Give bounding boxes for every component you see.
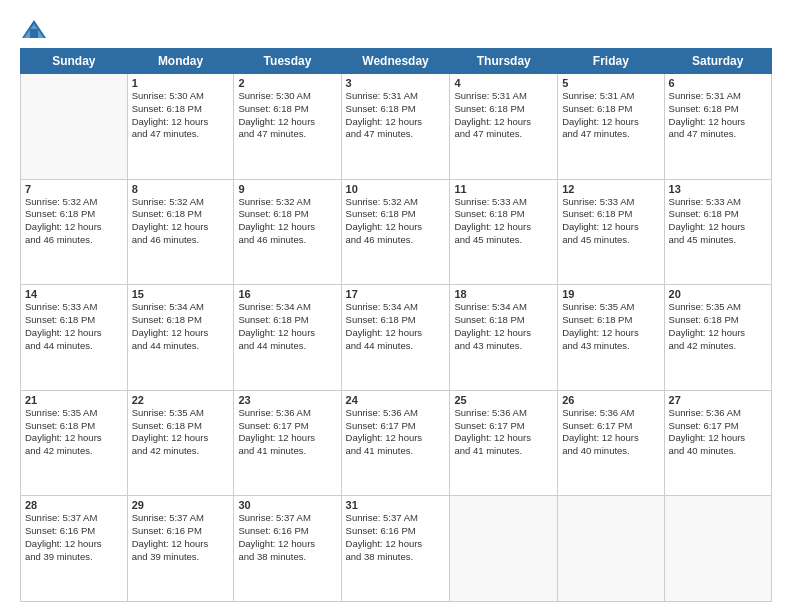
day-info: Sunrise: 5:36 AMSunset: 6:17 PMDaylight:…: [562, 407, 659, 458]
day-number: 23: [238, 394, 336, 406]
day-number: 18: [454, 288, 553, 300]
day-info: Sunrise: 5:32 AMSunset: 6:18 PMDaylight:…: [238, 196, 336, 247]
day-number: 17: [346, 288, 446, 300]
calendar-cell: 17Sunrise: 5:34 AMSunset: 6:18 PMDayligh…: [341, 285, 450, 391]
day-number: 12: [562, 183, 659, 195]
calendar-day-header: Monday: [127, 49, 234, 74]
calendar-cell: 9Sunrise: 5:32 AMSunset: 6:18 PMDaylight…: [234, 179, 341, 285]
calendar-cell: 16Sunrise: 5:34 AMSunset: 6:18 PMDayligh…: [234, 285, 341, 391]
day-number: 5: [562, 77, 659, 89]
day-info: Sunrise: 5:35 AMSunset: 6:18 PMDaylight:…: [562, 301, 659, 352]
day-info: Sunrise: 5:35 AMSunset: 6:18 PMDaylight:…: [669, 301, 767, 352]
day-info: Sunrise: 5:33 AMSunset: 6:18 PMDaylight:…: [562, 196, 659, 247]
day-number: 28: [25, 499, 123, 511]
calendar-cell: [450, 496, 558, 602]
day-number: 9: [238, 183, 336, 195]
header: [20, 16, 772, 44]
logo: [20, 16, 52, 44]
calendar-cell: 12Sunrise: 5:33 AMSunset: 6:18 PMDayligh…: [558, 179, 664, 285]
day-info: Sunrise: 5:36 AMSunset: 6:17 PMDaylight:…: [454, 407, 553, 458]
day-number: 7: [25, 183, 123, 195]
day-number: 31: [346, 499, 446, 511]
day-info: Sunrise: 5:35 AMSunset: 6:18 PMDaylight:…: [132, 407, 230, 458]
calendar-cell: 23Sunrise: 5:36 AMSunset: 6:17 PMDayligh…: [234, 390, 341, 496]
day-number: 27: [669, 394, 767, 406]
calendar-cell: 6Sunrise: 5:31 AMSunset: 6:18 PMDaylight…: [664, 74, 771, 180]
day-number: 13: [669, 183, 767, 195]
calendar-week-row: 1Sunrise: 5:30 AMSunset: 6:18 PMDaylight…: [21, 74, 772, 180]
calendar-cell: [664, 496, 771, 602]
calendar-day-header: Saturday: [664, 49, 771, 74]
day-number: 14: [25, 288, 123, 300]
calendar-cell: 7Sunrise: 5:32 AMSunset: 6:18 PMDaylight…: [21, 179, 128, 285]
calendar-cell: 5Sunrise: 5:31 AMSunset: 6:18 PMDaylight…: [558, 74, 664, 180]
calendar-cell: 10Sunrise: 5:32 AMSunset: 6:18 PMDayligh…: [341, 179, 450, 285]
day-info: Sunrise: 5:36 AMSunset: 6:17 PMDaylight:…: [669, 407, 767, 458]
calendar-cell: 11Sunrise: 5:33 AMSunset: 6:18 PMDayligh…: [450, 179, 558, 285]
calendar-cell: 13Sunrise: 5:33 AMSunset: 6:18 PMDayligh…: [664, 179, 771, 285]
day-info: Sunrise: 5:37 AMSunset: 6:16 PMDaylight:…: [132, 512, 230, 563]
day-number: 26: [562, 394, 659, 406]
day-number: 20: [669, 288, 767, 300]
calendar-cell: 25Sunrise: 5:36 AMSunset: 6:17 PMDayligh…: [450, 390, 558, 496]
day-info: Sunrise: 5:37 AMSunset: 6:16 PMDaylight:…: [346, 512, 446, 563]
calendar-cell: 27Sunrise: 5:36 AMSunset: 6:17 PMDayligh…: [664, 390, 771, 496]
day-info: Sunrise: 5:33 AMSunset: 6:18 PMDaylight:…: [454, 196, 553, 247]
day-info: Sunrise: 5:30 AMSunset: 6:18 PMDaylight:…: [238, 90, 336, 141]
calendar-week-row: 21Sunrise: 5:35 AMSunset: 6:18 PMDayligh…: [21, 390, 772, 496]
day-info: Sunrise: 5:31 AMSunset: 6:18 PMDaylight:…: [454, 90, 553, 141]
day-info: Sunrise: 5:32 AMSunset: 6:18 PMDaylight:…: [346, 196, 446, 247]
calendar-day-header: Thursday: [450, 49, 558, 74]
day-info: Sunrise: 5:30 AMSunset: 6:18 PMDaylight:…: [132, 90, 230, 141]
calendar-cell: 22Sunrise: 5:35 AMSunset: 6:18 PMDayligh…: [127, 390, 234, 496]
day-info: Sunrise: 5:36 AMSunset: 6:17 PMDaylight:…: [238, 407, 336, 458]
calendar-cell: 29Sunrise: 5:37 AMSunset: 6:16 PMDayligh…: [127, 496, 234, 602]
calendar-day-header: Wednesday: [341, 49, 450, 74]
day-info: Sunrise: 5:35 AMSunset: 6:18 PMDaylight:…: [25, 407, 123, 458]
day-number: 4: [454, 77, 553, 89]
day-number: 24: [346, 394, 446, 406]
day-info: Sunrise: 5:37 AMSunset: 6:16 PMDaylight:…: [25, 512, 123, 563]
svg-rect-2: [30, 29, 38, 38]
calendar-cell: 24Sunrise: 5:36 AMSunset: 6:17 PMDayligh…: [341, 390, 450, 496]
day-number: 3: [346, 77, 446, 89]
page: SundayMondayTuesdayWednesdayThursdayFrid…: [0, 0, 792, 612]
day-info: Sunrise: 5:31 AMSunset: 6:18 PMDaylight:…: [346, 90, 446, 141]
calendar-cell: 18Sunrise: 5:34 AMSunset: 6:18 PMDayligh…: [450, 285, 558, 391]
calendar-cell: 31Sunrise: 5:37 AMSunset: 6:16 PMDayligh…: [341, 496, 450, 602]
calendar-cell: 26Sunrise: 5:36 AMSunset: 6:17 PMDayligh…: [558, 390, 664, 496]
day-number: 22: [132, 394, 230, 406]
calendar-day-header: Tuesday: [234, 49, 341, 74]
calendar-cell: 19Sunrise: 5:35 AMSunset: 6:18 PMDayligh…: [558, 285, 664, 391]
day-number: 10: [346, 183, 446, 195]
calendar-day-header: Friday: [558, 49, 664, 74]
day-number: 16: [238, 288, 336, 300]
day-number: 1: [132, 77, 230, 89]
calendar-header-row: SundayMondayTuesdayWednesdayThursdayFrid…: [21, 49, 772, 74]
day-number: 29: [132, 499, 230, 511]
calendar-week-row: 7Sunrise: 5:32 AMSunset: 6:18 PMDaylight…: [21, 179, 772, 285]
day-info: Sunrise: 5:31 AMSunset: 6:18 PMDaylight:…: [562, 90, 659, 141]
calendar-cell: 30Sunrise: 5:37 AMSunset: 6:16 PMDayligh…: [234, 496, 341, 602]
calendar-cell: 14Sunrise: 5:33 AMSunset: 6:18 PMDayligh…: [21, 285, 128, 391]
calendar-cell: 8Sunrise: 5:32 AMSunset: 6:18 PMDaylight…: [127, 179, 234, 285]
calendar-cell: 28Sunrise: 5:37 AMSunset: 6:16 PMDayligh…: [21, 496, 128, 602]
day-number: 8: [132, 183, 230, 195]
day-info: Sunrise: 5:34 AMSunset: 6:18 PMDaylight:…: [238, 301, 336, 352]
day-number: 2: [238, 77, 336, 89]
calendar-day-header: Sunday: [21, 49, 128, 74]
day-info: Sunrise: 5:34 AMSunset: 6:18 PMDaylight:…: [454, 301, 553, 352]
calendar-cell: 20Sunrise: 5:35 AMSunset: 6:18 PMDayligh…: [664, 285, 771, 391]
day-info: Sunrise: 5:34 AMSunset: 6:18 PMDaylight:…: [132, 301, 230, 352]
day-number: 15: [132, 288, 230, 300]
calendar-week-row: 14Sunrise: 5:33 AMSunset: 6:18 PMDayligh…: [21, 285, 772, 391]
day-number: 25: [454, 394, 553, 406]
calendar-cell: [558, 496, 664, 602]
day-number: 11: [454, 183, 553, 195]
day-info: Sunrise: 5:34 AMSunset: 6:18 PMDaylight:…: [346, 301, 446, 352]
calendar-cell: 1Sunrise: 5:30 AMSunset: 6:18 PMDaylight…: [127, 74, 234, 180]
day-number: 19: [562, 288, 659, 300]
day-info: Sunrise: 5:31 AMSunset: 6:18 PMDaylight:…: [669, 90, 767, 141]
day-info: Sunrise: 5:33 AMSunset: 6:18 PMDaylight:…: [669, 196, 767, 247]
day-info: Sunrise: 5:36 AMSunset: 6:17 PMDaylight:…: [346, 407, 446, 458]
